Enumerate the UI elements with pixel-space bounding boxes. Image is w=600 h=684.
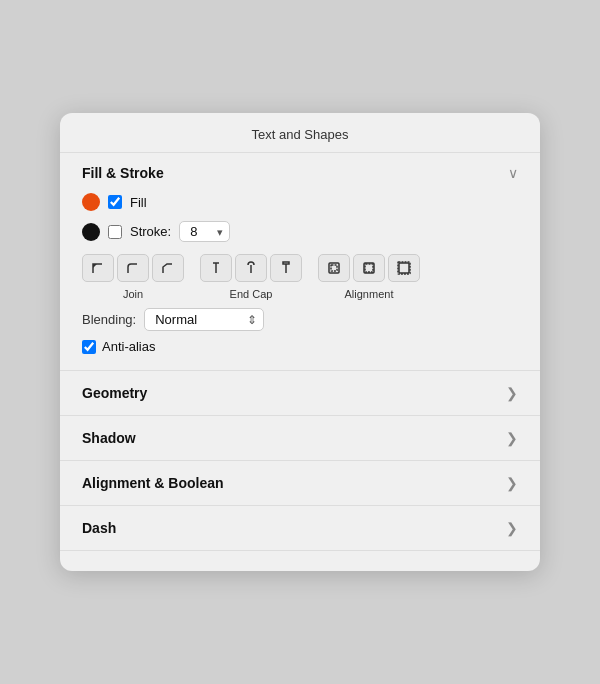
stroke-label: Stroke: [130,224,171,239]
stroke-value-wrapper: 8 1 2 4 6 10 [179,221,230,242]
join-buttons [82,254,184,282]
stroke-color-swatch[interactable] [82,223,100,241]
alignment-buttons [318,254,420,282]
dash-chevron: ❯ [506,520,518,536]
shadow-section[interactable]: Shadow ❯ [60,416,540,461]
blending-select[interactable]: Normal Multiply Screen Overlay Darken Li… [144,308,264,331]
bevel-join-button[interactable] [152,254,184,282]
svg-rect-5 [283,262,289,264]
dash-title: Dash [82,520,116,536]
alignment-boolean-section[interactable]: Alignment & Boolean ❯ [60,461,540,506]
geometry-section[interactable]: Geometry ❯ [60,371,540,416]
butt-cap-button[interactable] [200,254,232,282]
round-join-button[interactable] [117,254,149,282]
geometry-title: Geometry [82,385,147,401]
round-cap-button[interactable] [235,254,267,282]
main-panel: Text and Shapes Fill & Stroke ∨ Fill Str… [60,113,540,571]
blending-select-wrapper: Normal Multiply Screen Overlay Darken Li… [144,308,264,331]
svg-rect-9 [365,264,373,272]
join-group: Join [82,254,184,300]
fill-stroke-header: Fill & Stroke ∨ [82,165,518,181]
fill-stroke-section: Fill & Stroke ∨ Fill Stroke: 8 1 2 4 6 1… [60,153,540,371]
alignment-group: Alignment [318,254,420,300]
dash-section[interactable]: Dash ❯ [60,506,540,551]
shadow-chevron: ❯ [506,430,518,446]
endcap-group: End Cap [200,254,302,300]
fill-label: Fill [130,195,147,210]
fill-checkbox[interactable] [108,195,122,209]
svg-rect-10 [399,263,409,273]
fill-stroke-title: Fill & Stroke [82,165,164,181]
stroke-value-select[interactable]: 8 1 2 4 6 10 [179,221,230,242]
antialias-row: Anti-alias [82,339,518,354]
blending-label: Blending: [82,312,136,327]
alignment-boolean-title: Alignment & Boolean [82,475,224,491]
fill-row: Fill [82,193,518,211]
endcap-label: End Cap [230,288,273,300]
alignment-label: Alignment [345,288,394,300]
svg-rect-7 [331,265,337,271]
fill-color-swatch[interactable] [82,193,100,211]
alignment-boolean-chevron: ❯ [506,475,518,491]
stroke-checkbox[interactable] [108,225,122,239]
endcap-buttons [200,254,302,282]
panel-title: Text and Shapes [60,113,540,153]
toolbar-row: Join [82,254,518,300]
square-cap-button[interactable] [270,254,302,282]
blending-row: Blending: Normal Multiply Screen Overlay… [82,308,518,331]
antialias-label: Anti-alias [102,339,155,354]
miter-join-button[interactable] [82,254,114,282]
inside-alignment-button[interactable] [318,254,350,282]
outside-alignment-button[interactable] [388,254,420,282]
shadow-title: Shadow [82,430,136,446]
join-label: Join [123,288,143,300]
fill-stroke-chevron[interactable]: ∨ [508,165,518,181]
geometry-chevron: ❯ [506,385,518,401]
center-alignment-button[interactable] [353,254,385,282]
antialias-checkbox[interactable] [82,340,96,354]
stroke-row: Stroke: 8 1 2 4 6 10 [82,221,518,242]
